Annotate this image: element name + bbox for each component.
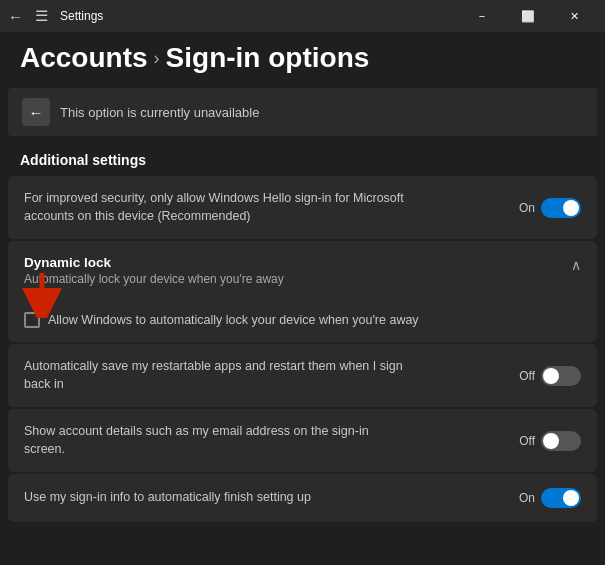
windows-hello-toggle[interactable] [541, 198, 581, 218]
window-controls: − ⬜ ✕ [459, 0, 597, 32]
windows-hello-toggle-wrapper: On [519, 198, 581, 218]
account-details-card: Show account details such as my email ad… [8, 409, 597, 472]
dynamic-lock-body: Allow Windows to automatically lock your… [8, 292, 597, 342]
close-button[interactable]: ✕ [551, 0, 597, 32]
toggle-thumb [563, 200, 579, 216]
windows-hello-text: For improved security, only allow Window… [24, 190, 444, 225]
restart-apps-toggle-wrapper: Off [519, 366, 581, 386]
title-bar: ← ☰ Settings − ⬜ ✕ [0, 0, 605, 32]
toggle-thumb-account [543, 433, 559, 449]
window-title: Settings [60, 9, 103, 23]
dynamic-lock-header: Dynamic lock Automatically lock your dev… [8, 241, 597, 292]
breadcrumb-chevron: › [154, 48, 160, 69]
maximize-button[interactable]: ⬜ [505, 0, 551, 32]
header: Accounts › Sign-in options [0, 32, 605, 88]
account-details-toggle[interactable] [541, 431, 581, 451]
red-arrow-icon [22, 268, 72, 318]
signin-info-text: Use my sign-in info to automatically fin… [24, 489, 311, 507]
restart-apps-text: Automatically save my restartable apps a… [24, 358, 404, 393]
signin-info-card: Use my sign-in info to automatically fin… [8, 474, 597, 522]
breadcrumb: Accounts › Sign-in options [20, 42, 585, 74]
windows-hello-toggle-label: On [519, 201, 535, 215]
restart-apps-toggle[interactable] [541, 366, 581, 386]
account-details-toggle-wrapper: Off [519, 431, 581, 451]
account-details-text: Show account details such as my email ad… [24, 423, 404, 458]
settings-area: For improved security, only allow Window… [0, 176, 605, 522]
signin-info-toggle-wrapper: On [519, 488, 581, 508]
toggle-thumb-restart [543, 368, 559, 384]
title-bar-left: ← ☰ Settings [8, 7, 103, 25]
account-details-toggle-label: Off [519, 434, 535, 448]
unavailable-icon: ← [22, 98, 50, 126]
toggle-thumb-signin [563, 490, 579, 506]
unavailable-notice: ← This option is currently unavailable [8, 88, 597, 136]
dynamic-lock-card: Dynamic lock Automatically lock your dev… [8, 241, 597, 342]
windows-hello-card: For improved security, only allow Window… [8, 176, 597, 239]
restart-apps-toggle-label: Off [519, 369, 535, 383]
dynamic-lock-checkbox-row: Allow Windows to automatically lock your… [24, 312, 581, 328]
red-arrow-container [22, 268, 72, 322]
breadcrumb-current-page: Sign-in options [166, 42, 370, 74]
unavailable-text: This option is currently unavailable [60, 105, 259, 120]
dynamic-lock-checkbox-label: Allow Windows to automatically lock your… [48, 313, 419, 327]
additional-settings-title: Additional settings [0, 136, 605, 176]
back-icon[interactable]: ← [8, 8, 23, 25]
chevron-up-icon[interactable]: ∧ [571, 257, 581, 273]
signin-info-toggle-label: On [519, 491, 535, 505]
breadcrumb-accounts[interactable]: Accounts [20, 42, 148, 74]
signin-info-toggle[interactable] [541, 488, 581, 508]
hamburger-icon[interactable]: ☰ [35, 7, 48, 25]
minimize-button[interactable]: − [459, 0, 505, 32]
restart-apps-card: Automatically save my restartable apps a… [8, 344, 597, 407]
